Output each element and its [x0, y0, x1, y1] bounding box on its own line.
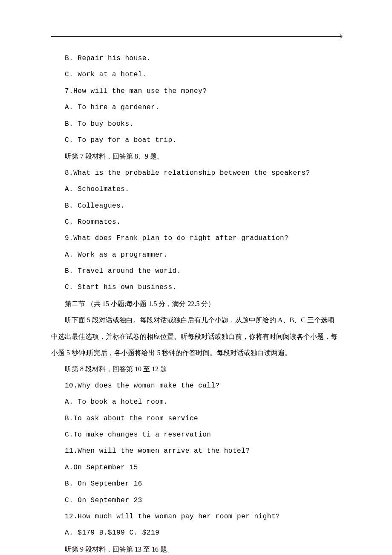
option-c: C.To make changes ti a reservation: [51, 427, 341, 443]
document-content: B. Repair his house. C. Work at a hotel.…: [51, 50, 341, 555]
option-a: A. Schoolmates.: [51, 181, 341, 197]
question-8: 8.What is the probable relationship betw…: [51, 165, 341, 181]
question-10: 10.Why does the woman make the call?: [51, 378, 341, 394]
option-b: B. Repair his house.: [51, 50, 341, 66]
section-2-instructions: 听下面 5 段对话或独白。每段对话或独白后有几个小题，从题中所给的 A、B、C …: [51, 312, 341, 361]
section-2-heading: 第二节 （共 15 小题;每小题 1.5 分，满分 22.5 分）: [51, 296, 341, 312]
option-a: A. To hire a gardener.: [51, 99, 341, 116]
option-a: A. To book a hotel room.: [51, 394, 341, 410]
instruction-segment-7: 听第 7 段材料，回答第 8、9 题。: [51, 148, 341, 165]
question-12: 12.How much will the woman pay her room …: [51, 509, 341, 525]
options-abc: A. $179 B.$199 C. $219: [51, 525, 341, 541]
question-7: 7.How will the man use the money?: [51, 83, 341, 99]
option-b: B. To buy books.: [51, 116, 341, 132]
option-b: B.To ask about the room service: [51, 410, 341, 427]
option-a: A. Work as a programmer.: [51, 247, 341, 263]
question-11: 11.When will the women arrive at the hot…: [51, 443, 341, 459]
question-9: 9.What does Frank plan to do right after…: [51, 230, 341, 246]
header-divider: [51, 36, 341, 37]
option-c: C. To pay for a boat trip.: [51, 132, 341, 148]
option-c: C. On September 23: [51, 492, 341, 509]
option-c: C. Start his own business.: [51, 279, 341, 295]
instruction-segment-8: 听第 8 段材料，回答第 10 至 12 题: [51, 361, 341, 377]
option-b: B. Travel around the world.: [51, 263, 341, 279]
option-c: C. Work at a hotel.: [51, 66, 341, 83]
option-c: C. Roommates.: [51, 214, 341, 230]
option-b: B. Colleagues.: [51, 198, 341, 214]
option-a: A.On September 15: [51, 460, 341, 476]
option-b: B. On September 16: [51, 476, 341, 492]
document-page: -# B. Repair his house. C. Work at a hot…: [0, 0, 392, 555]
instruction-segment-9: 听第 9 段材料，回答第 13 至 16 题。: [51, 541, 341, 555]
